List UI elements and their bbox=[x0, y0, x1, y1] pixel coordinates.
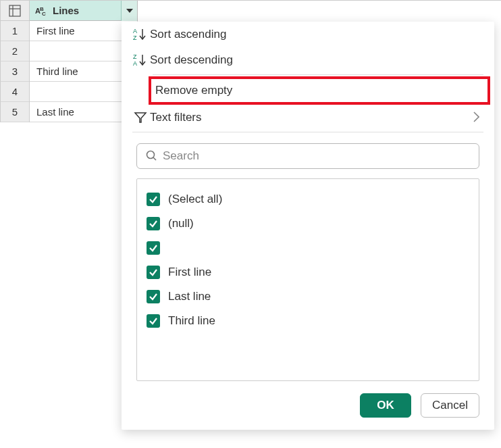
row-number[interactable]: 2 bbox=[0, 41, 29, 61]
text-filters-item[interactable]: Text filters bbox=[122, 105, 494, 130]
filter-value-label: Third line bbox=[168, 314, 215, 328]
svg-marker-6 bbox=[126, 9, 133, 13]
filter-value-label: (null) bbox=[168, 217, 194, 230]
menu-divider bbox=[153, 74, 483, 75]
checkbox-checked-icon[interactable] bbox=[147, 266, 160, 279]
checkbox-checked-icon[interactable] bbox=[147, 193, 160, 206]
button-label: OK bbox=[377, 399, 394, 412]
svg-point-14 bbox=[147, 151, 155, 158]
svg-line-15 bbox=[153, 157, 156, 160]
menu-label: Sort ascending bbox=[150, 28, 494, 41]
filter-icon bbox=[131, 111, 150, 124]
remove-empty-highlight: Remove empty bbox=[149, 76, 490, 105]
filter-value-list: (Select all)(null)First lineLast lineThi… bbox=[136, 178, 479, 381]
filter-value-item[interactable]: (Select all) bbox=[147, 187, 469, 211]
filter-value-item[interactable]: First line bbox=[147, 260, 469, 284]
sort-ascending-icon: AZ bbox=[131, 27, 150, 42]
svg-text:A: A bbox=[133, 60, 137, 67]
filter-search-box[interactable] bbox=[136, 143, 479, 169]
sort-descending-icon: ZA bbox=[131, 53, 150, 68]
filter-value-label: (Select all) bbox=[168, 193, 222, 206]
table-corner-icon[interactable] bbox=[0, 1, 29, 21]
svg-text:C: C bbox=[42, 11, 46, 16]
svg-text:A: A bbox=[133, 28, 137, 34]
text-type-icon: ABC bbox=[35, 5, 49, 16]
svg-text:Z: Z bbox=[133, 34, 137, 41]
column-name: Lines bbox=[53, 5, 79, 16]
row-number[interactable]: 1 bbox=[0, 21, 29, 41]
search-icon bbox=[145, 149, 157, 164]
chevron-down-icon bbox=[126, 9, 133, 13]
filter-value-label: First line bbox=[168, 266, 211, 279]
remove-empty-item[interactable]: Remove empty bbox=[151, 79, 487, 102]
filter-value-item[interactable]: (null) bbox=[147, 211, 469, 236]
checkbox-checked-icon[interactable] bbox=[147, 314, 160, 328]
sort-descending-item[interactable]: ZA Sort descending bbox=[122, 47, 494, 73]
svg-text:Z: Z bbox=[133, 53, 137, 60]
row-number[interactable]: 5 bbox=[0, 102, 29, 122]
checkbox-checked-icon[interactable] bbox=[147, 290, 160, 303]
filter-search-input[interactable] bbox=[163, 149, 479, 163]
button-label: Cancel bbox=[432, 399, 468, 412]
menu-label: Text filters bbox=[150, 111, 473, 124]
svg-marker-13 bbox=[135, 113, 146, 122]
ok-button[interactable]: OK bbox=[360, 393, 411, 418]
chevron-right-icon bbox=[473, 111, 479, 124]
column-filter-dropdown-button[interactable] bbox=[121, 1, 137, 21]
row-number[interactable]: 4 bbox=[0, 82, 29, 102]
column-filter-menu: AZ Sort ascending ZA Sort descending Rem… bbox=[122, 22, 494, 430]
filter-value-item[interactable]: Last line bbox=[147, 284, 469, 309]
checkbox-checked-icon[interactable] bbox=[147, 241, 160, 255]
row-number[interactable]: 3 bbox=[0, 61, 29, 82]
menu-label: Remove empty bbox=[155, 84, 487, 97]
menu-divider bbox=[132, 132, 483, 132]
cancel-button[interactable]: Cancel bbox=[421, 393, 479, 418]
filter-value-label: Last line bbox=[168, 290, 211, 303]
filter-value-item[interactable] bbox=[147, 236, 469, 260]
filter-value-item[interactable]: Third line bbox=[147, 309, 469, 333]
checkbox-checked-icon[interactable] bbox=[147, 217, 160, 230]
sort-ascending-item[interactable]: AZ Sort ascending bbox=[122, 22, 494, 47]
svg-rect-0 bbox=[9, 5, 20, 16]
column-header-lines[interactable]: ABC Lines bbox=[30, 1, 138, 21]
menu-label: Sort descending bbox=[150, 53, 494, 67]
